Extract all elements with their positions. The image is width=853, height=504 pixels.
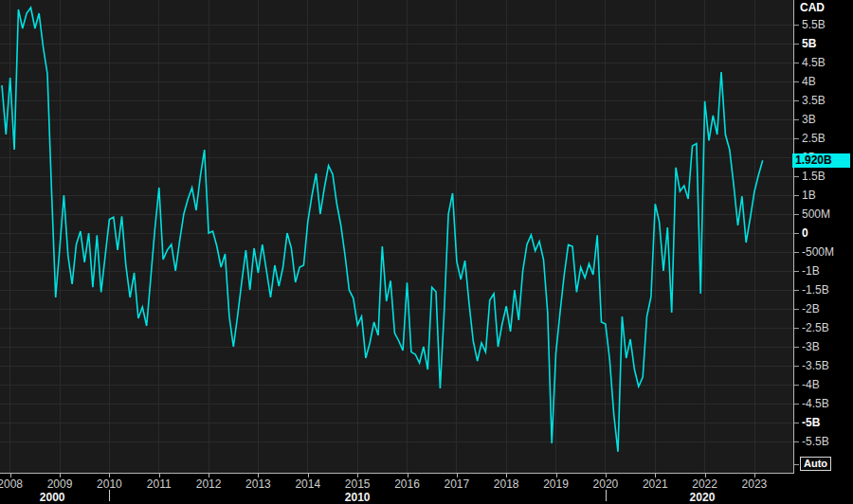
decade-boundary-tick [606, 490, 607, 501]
y-tick-mark [794, 25, 799, 26]
year-label: 2011 [147, 477, 172, 491]
y-axis-tick-label: 3B [802, 113, 816, 126]
y-axis-tick-label: -4.5B [802, 397, 829, 410]
y-axis-tick-label: 500M [802, 207, 830, 221]
y-tick-mark [794, 347, 799, 348]
y-axis-tick-label: -500M [802, 245, 834, 259]
y-axis-tick-label: 4.5B [802, 56, 826, 69]
year-label: 2010 [97, 477, 122, 491]
y-tick-mark [794, 423, 799, 423]
y-axis-tick-label: -5.5B [802, 435, 829, 448]
year-label: 2014 [295, 477, 320, 491]
y-tick-mark [794, 138, 799, 139]
year-label: 2019 [543, 477, 569, 491]
year-label: 2016 [394, 477, 420, 491]
bloomberg-terminal-chart: CAD 5.5B5B4.5B4B3.5B3B2.5B2B1.5B1B500M0-… [0, 0, 853, 504]
y-tick-mark [794, 63, 799, 63]
y-tick-mark [794, 119, 799, 120]
y-tick-mark [794, 233, 799, 234]
y-tick-mark [794, 252, 799, 253]
y-axis-tick-label: 3.5B [802, 94, 826, 107]
auto-scale-button[interactable]: Auto [800, 457, 831, 471]
auto-tick-mark [794, 464, 799, 465]
y-tick-mark [794, 271, 799, 272]
y-tick-mark [794, 441, 799, 442]
y-tick-mark [794, 309, 799, 310]
y-axis-tick-label: -4B [802, 378, 820, 391]
y-axis-tick-label: -5B [802, 416, 820, 429]
year-label: 2023 [742, 477, 768, 491]
y-axis[interactable]: CAD 5.5B5B4.5B4B3.5B3B2.5B2B1.5B1B500M0-… [794, 0, 853, 504]
year-label: 2012 [196, 477, 222, 491]
y-axis-tick-label: -2.5B [802, 321, 829, 334]
y-axis-tick-label: 1B [802, 189, 816, 202]
decade-label: 2000 [40, 491, 65, 504]
year-label: 2015 [345, 477, 371, 491]
trade-balance-line-chart [0, 0, 793, 473]
decade-boundary-tick [109, 490, 110, 501]
y-tick-mark [794, 44, 799, 45]
y-tick-mark [794, 176, 799, 177]
y-tick-mark [794, 366, 799, 367]
y-axis-tick-label: -2B [802, 302, 820, 315]
y-tick-mark [794, 81, 799, 82]
year-label: 2008 [0, 477, 23, 491]
y-tick-mark [794, 290, 799, 291]
year-label: 2013 [245, 477, 271, 491]
decade-label: 2020 [690, 491, 716, 504]
year-label: 2021 [643, 477, 668, 491]
y-axis-tick-label: 0 [802, 226, 808, 240]
y-axis-tick-label: 2.5B [802, 132, 826, 145]
year-label: 2022 [692, 477, 717, 491]
y-axis-tick-label: -3.5B [802, 359, 829, 372]
y-tick-mark [794, 404, 799, 405]
year-label: 2017 [444, 477, 469, 491]
y-tick-mark [794, 385, 799, 386]
year-label: 2020 [593, 477, 619, 491]
currency-unit-label: CAD [800, 1, 825, 14]
y-axis-tick-label: 1.5B [802, 170, 826, 183]
y-axis-tick-label: -1.5B [802, 283, 829, 297]
y-tick-mark [794, 214, 799, 215]
last-value-badge: 1.920B [792, 153, 850, 168]
y-axis-tick-label: 5.5B [802, 18, 826, 31]
y-axis-tick-label: 5B [802, 37, 816, 50]
year-label: 2018 [494, 477, 519, 491]
y-axis-tick-label: -3B [802, 340, 820, 353]
x-axis[interactable]: 2008200920102011201220132014201520162017… [0, 474, 794, 504]
y-axis-tick-label: -1B [802, 264, 820, 278]
decade-label: 2010 [345, 491, 371, 504]
y-tick-mark [794, 195, 799, 196]
y-tick-mark [794, 100, 799, 101]
y-tick-mark [794, 328, 799, 329]
year-label: 2009 [47, 477, 73, 491]
chart-plot-area[interactable] [0, 0, 794, 474]
y-axis-tick-label: 4B [802, 75, 816, 88]
